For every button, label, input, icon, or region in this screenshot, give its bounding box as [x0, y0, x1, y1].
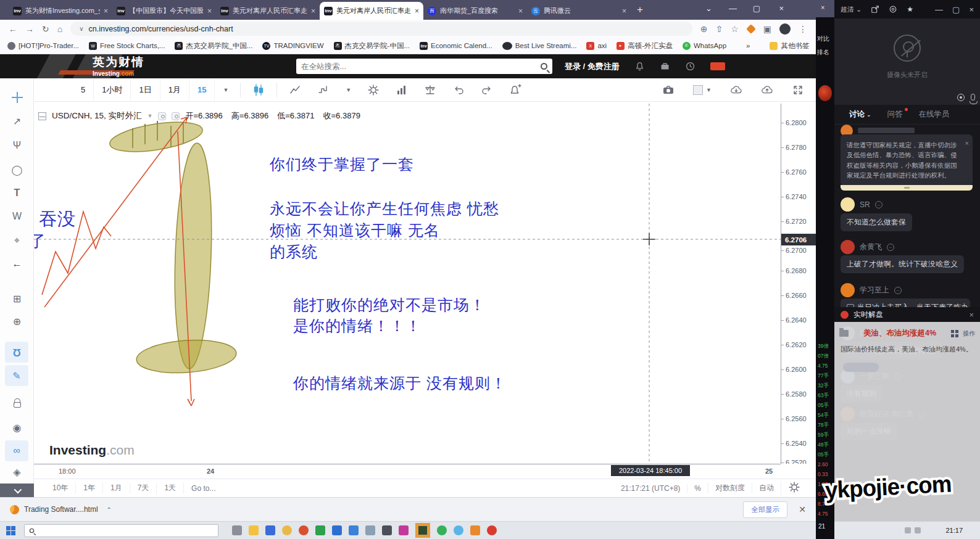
tab-close-icon[interactable]: × — [821, 4, 824, 11]
news-overlay-card[interactable]: 美油、布油均涨超4% 操作 国际油价持续走高，美油、布油均涨超4%。 — [834, 322, 980, 521]
pin-icon[interactable]: ★ — [907, 5, 913, 14]
taskbar-app-icon[interactable] — [249, 525, 259, 535]
taskbar-app-icon[interactable] — [299, 525, 309, 535]
legend-button-icon[interactable] — [172, 112, 180, 120]
bookmark-item[interactable]: Best Live Streami... — [502, 42, 577, 50]
tab-investing-home[interactable]: inv英为财情Investing.com_全...× — [9, 2, 112, 20]
indicators-icon[interactable] — [388, 78, 416, 102]
pitchfork-tool-icon[interactable]: Ψ — [0, 135, 34, 156]
bookmark-item[interactable]: WFree Stock Charts,... — [89, 42, 165, 50]
stream-quality-selector[interactable]: 超清 ⌄ — [841, 5, 862, 14]
bookmark-item[interactable]: [HOT!]Pro-Trader... — [7, 42, 79, 50]
auto-scale-button[interactable]: 自动 — [752, 483, 781, 493]
microphone-icon[interactable] — [971, 94, 975, 101]
tab-close-icon[interactable]: × — [518, 7, 523, 15]
price-style-icon[interactable] — [309, 78, 338, 102]
tab-online-students[interactable]: 在线学员 — [919, 109, 950, 120]
metamask-extension-icon[interactable] — [746, 24, 756, 34]
window-minimize-button[interactable]: — — [729, 4, 737, 13]
object-tree-layers-icon[interactable]: ◈ — [0, 461, 34, 482]
tab-usdcnh-active[interactable]: inv美元对离岸人民币汇率走势...× — [320, 2, 423, 20]
arrow-back-icon[interactable]: ← — [0, 253, 34, 274]
style-dropdown-icon[interactable]: ▼ — [338, 78, 359, 102]
redo-icon[interactable] — [473, 78, 501, 102]
home-icon[interactable]: ⌂ — [57, 24, 62, 34]
quote-board-tab[interactable]: 排名 — [817, 48, 829, 57]
window-close-button[interactable]: × — [779, 4, 784, 13]
tab-tencent-cloud[interactable]: 云腾讯微云× — [527, 2, 631, 20]
tab-discussion[interactable]: 讨论⌄ — [849, 109, 871, 120]
range-1y[interactable]: 1年 — [76, 483, 103, 493]
symbol-title[interactable]: USD/CNH, 15, 实时外汇 — [52, 110, 142, 121]
taskbar-app-icon-active[interactable] — [415, 523, 430, 538]
profile-avatar[interactable] — [779, 23, 791, 35]
chart-canvas[interactable]: 你们终于掌握了一套 永远不会让你产生任何焦虑 忧愁 烦恼 不知道该干嘛 无名 的… — [34, 104, 781, 464]
hide-drawings-eye-icon[interactable]: ◉ — [0, 417, 34, 438]
start-button-icon[interactable] — [6, 526, 15, 535]
window-menu-icon[interactable]: ⌄ — [705, 4, 712, 13]
tab-close-icon[interactable]: × — [104, 7, 108, 15]
taskbar-app-icon[interactable] — [399, 525, 409, 535]
sync-link-icon[interactable]: ∞ — [5, 440, 28, 461]
show-all-downloads-button[interactable]: 全部显示 — [743, 501, 787, 518]
downloaded-file-chip[interactable]: Trading Softwar....html ⌃ — [10, 505, 112, 514]
portfolio-briefcase-icon[interactable] — [660, 61, 670, 72]
taskbar-app-icon[interactable] — [454, 525, 463, 535]
price-axis[interactable]: 6.2800 6.2780 6.2760 6.2740 6.2720 6.270… — [781, 104, 816, 464]
notifications-bell-icon[interactable] — [634, 61, 645, 72]
tab-close-icon[interactable]: × — [415, 7, 419, 15]
taskbar-app-icon[interactable] — [265, 525, 275, 535]
timeframe-5[interactable]: 5 — [73, 78, 94, 102]
log-scale-button[interactable]: 对数刻度 — [708, 483, 752, 493]
bookmark-item[interactable]: 杰杰克交易学院-中国... — [334, 41, 410, 51]
search-icon[interactable] — [541, 63, 547, 70]
range-10y[interactable]: 10年 — [45, 483, 76, 493]
text-tool-icon[interactable]: T — [0, 183, 34, 204]
share-icon[interactable]: ⇧ — [715, 24, 723, 34]
close-icon[interactable]: × — [969, 310, 974, 319]
layout-square-icon[interactable]: ▼ — [685, 78, 720, 102]
timeframe-1h[interactable]: 1小时 — [94, 78, 131, 102]
taskbar-app-icon[interactable] — [382, 525, 392, 535]
investing-logo[interactable]: 英为财情 Investing.com — [93, 56, 144, 78]
magnet-mode-icon[interactable]: Ω — [5, 342, 28, 363]
site-info-chevron-icon[interactable]: ∨ — [79, 25, 83, 32]
tab-china-stock[interactable]: inv【中国股市】今天中国股票...× — [112, 2, 216, 20]
back-icon[interactable]: ← — [9, 24, 17, 34]
news-action-label[interactable]: 操作 — [963, 329, 975, 338]
forward-icon[interactable]: → — [25, 24, 34, 34]
time-axis[interactable]: 18:00 24 25 2022-03-24 18:45:00 — [34, 464, 781, 479]
bookmark-star-icon[interactable]: ☆ — [731, 24, 739, 34]
interpreter-icon[interactable] — [957, 94, 965, 101]
zoom-icon[interactable]: ⊕ — [700, 24, 708, 34]
pinned-message-strip[interactable] — [841, 185, 973, 191]
alert-bell-icon[interactable] — [501, 78, 529, 102]
taskbar-app-icon[interactable] — [315, 525, 325, 535]
prediction-tool-icon[interactable]: ⌖ — [0, 230, 34, 251]
line-chart-icon[interactable] — [281, 78, 309, 102]
bookmark-item[interactable]: 杰杰克交易学院_中国... — [175, 41, 252, 51]
chart-clock[interactable]: 21:17:21 (UTC+8) — [614, 484, 687, 493]
new-tab-button[interactable]: + — [637, 4, 643, 16]
extensions-puzzle-icon[interactable]: ▣ — [763, 24, 771, 34]
cloud-save-icon[interactable] — [753, 78, 781, 102]
tab-close-icon[interactable]: × — [311, 7, 315, 15]
stream-minimize-button[interactable]: — — [935, 5, 943, 14]
settings-gear-icon[interactable] — [359, 78, 388, 102]
tab-baidu-search[interactable]: 百南华期货_百度搜索× — [423, 2, 527, 20]
login-register-link[interactable]: 登录 / 免费注册 — [565, 61, 620, 72]
site-search-input[interactable] — [301, 62, 541, 71]
unlock-icon[interactable] — [0, 392, 34, 413]
taskbar-app-icon[interactable] — [365, 525, 375, 535]
cloud-load-icon[interactable] — [722, 78, 750, 102]
timeframe-15-active[interactable]: 15 — [189, 78, 215, 102]
system-tray-icons[interactable] — [905, 527, 921, 533]
grid-menu-icon[interactable] — [951, 330, 958, 337]
taskbar-app-icon[interactable] — [437, 525, 447, 535]
timeframe-1d[interactable]: 1日 — [131, 78, 160, 102]
bookmark-item[interactable]: TVTRADINGVIEW — [262, 42, 323, 50]
flag-icon[interactable] — [710, 62, 725, 70]
range-7d[interactable]: 7天 — [130, 483, 157, 493]
bookmark-item[interactable]: Xaxi — [586, 42, 607, 50]
range-1d[interactable]: 1天 — [157, 483, 184, 493]
